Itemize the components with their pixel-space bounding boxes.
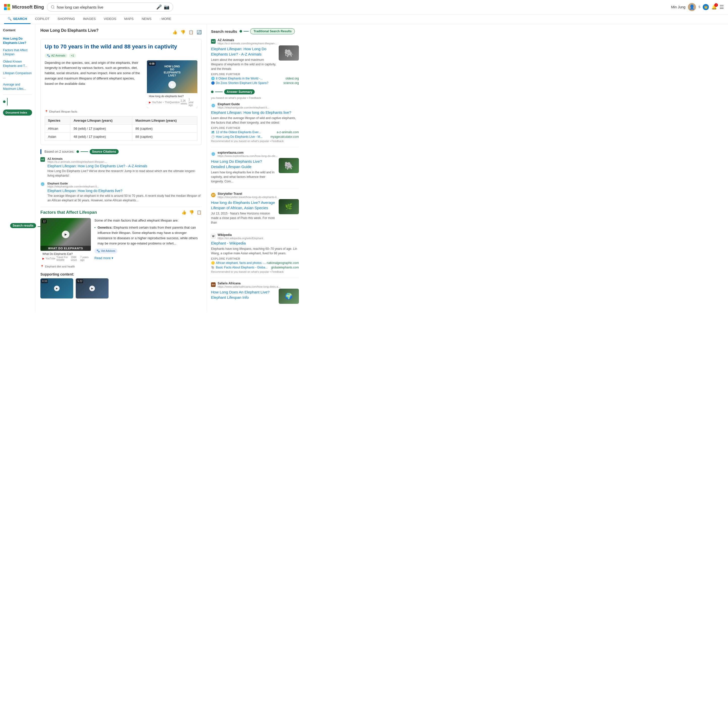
result-url-5: https://en.wikipedia.org/wiki/Elephant: [218, 237, 263, 240]
answer-headline: Up to 70 years in the wild and 88 years …: [45, 43, 197, 50]
source-item-1: AZ AZ Animals https://a-z-animals.com/bl…: [40, 157, 202, 178]
traditional-search-results-badge: Traditional Search Results: [250, 28, 295, 34]
plus-one-label: +1: [71, 54, 74, 57]
source-title-1[interactable]: Elephant Lifespan: How Long Do Elephants…: [48, 164, 202, 168]
sources-line: [81, 151, 88, 152]
thumbs-up-icon[interactable]: 👍: [172, 30, 178, 35]
result-site-row-2: 🌐 Elephant Guide https://elephantguide.c…: [211, 102, 299, 109]
explore-link-row-5: 🟡 African elephant, facts and photos -..…: [211, 261, 299, 265]
search-input[interactable]: how long can elephants live: [57, 5, 154, 9]
explore-text-6: Basic Facts About Elephants - Globa...: [216, 266, 267, 269]
tab-maps[interactable]: MAPS: [121, 14, 137, 24]
bell-icon[interactable]: 🔔 2: [711, 4, 717, 10]
source-item-2: 🌐 Elephant Guide https://elephantguide.c…: [40, 182, 202, 203]
tab-more[interactable]: : MORE: [156, 14, 175, 24]
answer-video-thumb[interactable]: 0:58 HOW LONGDOELEPHANTSLIVE? ▶ How long…: [147, 60, 197, 108]
factors-video[interactable]: 12 ▶ WHAT DO ELEPHANTS What Do Elephants…: [40, 218, 91, 268]
copy-icon[interactable]: 📋: [189, 30, 194, 35]
sidebar-item-comparison[interactable]: Lifespan Comparison ...: [3, 70, 32, 81]
result-title-4[interactable]: How long do Elephants Live? Average Life…: [211, 200, 276, 210]
genetics-term: Genetics:: [98, 226, 113, 229]
result-title-2[interactable]: Elephant Lifespan: How long do Elephants…: [211, 110, 299, 115]
tab-news[interactable]: NEWS: [138, 14, 155, 24]
result-text-6: How Long Does An Elephant Live? Elephant…: [211, 289, 276, 304]
elephant-fact-label: Elephant lifespan facts: [49, 110, 77, 113]
answer-summary-line: [215, 92, 222, 92]
elephant-guide-result-icon: 🌐: [211, 103, 215, 108]
tab-search[interactable]: 🔍 SEARCH: [4, 14, 30, 24]
plus-one-tag[interactable]: +1: [69, 53, 76, 58]
bullet-content-1: Genetics: Elephants inherit certain trai…: [98, 225, 202, 246]
source-info-2: Elephant Guide https://elephantguide.com…: [48, 182, 202, 203]
videos-tab-label: VIDEOS: [104, 17, 116, 21]
az-animals-tag[interactable]: 🐾 AZ Animals: [45, 53, 67, 58]
explore-link-6[interactable]: 🐘 Basic Facts About Elephants - Globa...: [211, 266, 271, 269]
refresh-icon[interactable]: 🔄: [196, 30, 202, 35]
support-play-2[interactable]: ▶: [90, 285, 95, 291]
explore-link-3[interactable]: 🗺️ 12 of the Oldest Elephants Ever...: [211, 130, 277, 134]
explore-link-5[interactable]: 🟡 African elephant, facts and photos -..…: [211, 261, 267, 265]
result-site-row-5: W Wikipedia https://en.wikipedia.org/wik…: [211, 233, 299, 240]
factors-list: • Genetics: Elephants inherit certain tr…: [94, 225, 202, 246]
factors-thumbs-down[interactable]: 👎: [189, 210, 194, 215]
factors-thumbs-up[interactable]: 👍: [182, 210, 186, 215]
video-title: How long do elephants live?: [149, 95, 195, 98]
result-site-info-6: Safaris Africana https://www.safarisafri…: [218, 281, 280, 288]
copilot-tab-label: COPILOT: [35, 17, 49, 21]
sidebar-item-average[interactable]: Average and Maximum Lifes...: [3, 81, 32, 92]
support-vid-1[interactable]: 0:33 ▶: [40, 278, 73, 298]
user-name: Min Jung: [671, 5, 686, 9]
result-site-row-6: SA Safaris Africana https://www.safarisa…: [211, 281, 299, 288]
center-content: How Long Do Elephants Live? 👍 👎 📋 🔄 Up t…: [35, 24, 207, 312]
factors-play-button[interactable]: ▶: [62, 231, 69, 238]
result-with-img-4: How long do Elephants Live? Average Life…: [211, 199, 299, 225]
result-title-3[interactable]: How Long Do Elephants Live? Detailed Lif…: [211, 159, 276, 169]
explore-link-1[interactable]: 🌐 8 Oldest Elephants in the World -...: [211, 77, 286, 80]
result-title-6[interactable]: How Long Does An Elephant Live? Elephant…: [211, 290, 276, 300]
tab-videos[interactable]: VIDEOS: [100, 14, 120, 24]
result-title-1[interactable]: Elephant Lifespan: How Long Do Elephants…: [211, 46, 276, 57]
source-title-2[interactable]: Elephant Lifespan: How long do Elephants…: [48, 189, 202, 193]
mic-icon[interactable]: 🎤: [156, 4, 162, 10]
tab-shopping[interactable]: SHOPPING: [54, 14, 78, 24]
support-vid-2[interactable]: 5:22 ▶: [76, 278, 108, 298]
explore-link-4[interactable]: 🕐 How Long Do Elephants Live - M...: [211, 135, 270, 138]
explore-icon-6: 🐘: [211, 266, 215, 269]
result-title-5[interactable]: Elephant - Wikipedia: [211, 241, 299, 246]
doc-index-button[interactable]: Document Index: [3, 110, 32, 115]
right-sidebar: Search results Traditional Search Result…: [207, 24, 303, 312]
video-timer: 0:58: [149, 62, 156, 66]
result-url-6: https://www.safarisafricana.com/how-long…: [218, 285, 280, 288]
tab-copilot[interactable]: COPILOT: [32, 14, 53, 24]
sources-badge-row: Source Citations: [77, 149, 118, 154]
read-more-button[interactable]: Read more ▾: [94, 256, 202, 261]
sidebar-item-how-long[interactable]: How Long Do Elephants Live?: [3, 35, 32, 47]
result-item-6: SA Safaris Africana https://www.safarisa…: [211, 281, 299, 304]
sidebar-title: Content: [3, 28, 32, 32]
factors-video-source: YouTube: [45, 257, 55, 260]
play-button[interactable]: ▶: [168, 81, 176, 89]
factors-copy[interactable]: 📋: [196, 210, 202, 215]
result-desc-5: Elephants have long lifespans, reaching …: [211, 247, 299, 256]
explore-domain-2: science.org: [283, 81, 299, 85]
vet-label: Vet Advices: [101, 249, 116, 253]
menu-icon[interactable]: ☰: [719, 4, 724, 10]
tab-images[interactable]: IMAGES: [79, 14, 100, 24]
camera-icon[interactable]: 📷: [164, 4, 169, 10]
table-cell-max-1: 86 (captive): [132, 124, 197, 133]
support-play-1[interactable]: ▶: [54, 285, 59, 291]
explore-link-row-1: 🌐 8 Oldest Elephants in the World -... o…: [211, 77, 299, 80]
explore-link-2[interactable]: 🔵 Do Zoos Shorten Elephant Life Spans?: [211, 81, 283, 85]
sidebar-item-oldest[interactable]: Oldest Known Elephants and T...: [3, 58, 32, 70]
result-site-name-2: Elephant Guide: [218, 102, 240, 106]
result-img-6: 🌍: [279, 289, 299, 304]
sidebar-item-factors[interactable]: Factors that Affect Lifespan: [3, 47, 32, 58]
result-site-info-1: AZ Animals https://a-z-animals.com/blog/…: [218, 38, 277, 45]
source-citations-badge[interactable]: Source Citations: [90, 149, 118, 154]
answer-text: Depending on the species, sex, and origi…: [45, 60, 143, 108]
search-bar[interactable]: how long can elephants live 🎤 📷: [47, 3, 173, 12]
result-url-2: https://elephantguide.com/en/elephant-li…: [218, 106, 269, 109]
thumbs-down-icon[interactable]: 👎: [181, 30, 186, 35]
explore-domain-1: oldest.org: [286, 77, 299, 80]
left-sidebar: Content How Long Do Elephants Live? Fact…: [0, 24, 35, 312]
